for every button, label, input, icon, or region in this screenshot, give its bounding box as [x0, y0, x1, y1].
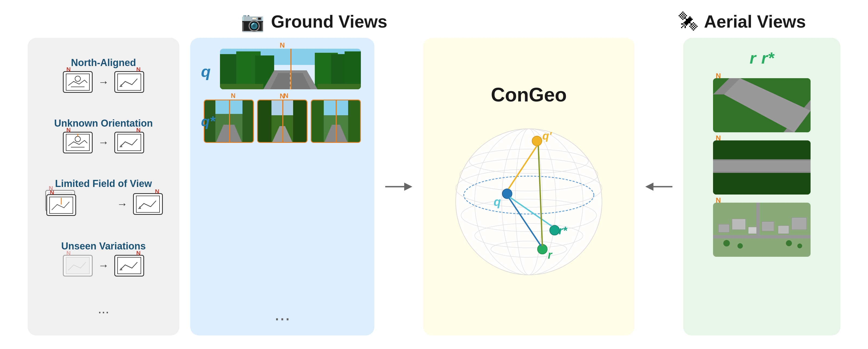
limited-fov-label: Limited Field of View [55, 178, 152, 189]
svg-rect-84 [713, 173, 811, 195]
map-svg-2a [66, 134, 90, 151]
congeo-title: ConGeo [491, 83, 567, 106]
qstar-3-north-line [336, 100, 337, 142]
qstar-img-3 [311, 100, 361, 143]
fov-stacked: N N [44, 192, 76, 216]
svg-rect-40 [293, 100, 307, 143]
map-svg-1b [117, 73, 142, 91]
n-aerial-3: N [716, 196, 721, 205]
unknown-orientation-icons: N → N [63, 132, 144, 153]
arrow-congeo-to-aerial [645, 179, 673, 195]
arrow-4: → [98, 259, 109, 272]
ground-views-panel: N q [190, 38, 374, 336]
svg-rect-35 [243, 100, 253, 143]
qstar-img-2 [257, 100, 307, 143]
variations-panel: North-Aligned N → N [28, 38, 179, 336]
ground-views-header: 📷 Ground Views [222, 10, 406, 33]
aerial-views-panel: r r* N [683, 38, 840, 336]
svg-rect-17 [118, 257, 141, 274]
svg-rect-91 [792, 217, 806, 230]
satellite-icon: 🛰 [679, 11, 698, 32]
svg-point-96 [786, 240, 792, 246]
map-icon-2b: N [114, 132, 144, 153]
map-svg-1a [66, 73, 90, 91]
svg-rect-86 [718, 224, 729, 233]
left-arrow-svg [645, 179, 673, 195]
svg-rect-0 [66, 74, 89, 90]
aerial-img-3 [713, 203, 811, 257]
svg-text:r: r [548, 249, 553, 261]
svg-marker-73 [645, 183, 653, 191]
qstar-2-north-line [282, 100, 283, 142]
svg-rect-9 [118, 134, 141, 151]
svg-rect-87 [732, 219, 746, 230]
aerial-views-header: 🛰 Aerial Views [664, 11, 821, 32]
svg-point-94 [723, 240, 730, 246]
q-row: N q [204, 49, 361, 89]
svg-rect-30 [317, 84, 361, 89]
map-icon-3b: N [133, 193, 163, 215]
north-marker-3b: N [155, 188, 159, 195]
north-aligned-icons: N → N [63, 71, 144, 93]
svg-point-60 [532, 136, 542, 146]
svg-rect-16 [66, 257, 89, 274]
aerial-item-1: N [697, 78, 827, 132]
aerial-views-title: Aerial Views [704, 12, 806, 32]
svg-rect-93 [756, 203, 760, 235]
aerial-img-1 [713, 78, 811, 132]
q-north-line [290, 49, 291, 89]
north-marker-1a: N [66, 66, 71, 73]
aerial-3-wrapper: N [713, 203, 811, 257]
panels-row: North-Aligned N → N [14, 38, 854, 336]
svg-point-62 [550, 225, 559, 235]
map-svg-4a [66, 257, 90, 274]
qstar-label: q* [201, 113, 215, 129]
north-aligned-item: North-Aligned N → N [41, 57, 166, 93]
arrow-3: → [117, 198, 128, 210]
svg-rect-83 [713, 140, 811, 159]
map-icon-3a-front: N [46, 194, 76, 216]
n-aerial-1: N [716, 72, 721, 80]
arrow-2: → [98, 136, 109, 148]
arrow-1: → [98, 76, 109, 88]
n-aerial-2: N [716, 134, 721, 142]
map-svg-3a-front [49, 197, 73, 214]
ground-dots: ... [204, 303, 361, 325]
n-qstar-1: N [231, 92, 236, 100]
svg-marker-47 [404, 183, 412, 191]
congeo-panel: ConGeo [423, 38, 634, 336]
svg-rect-89 [762, 221, 774, 231]
svg-rect-82 [713, 161, 811, 172]
north-marker-2b: N [136, 127, 141, 134]
svg-point-97 [797, 243, 802, 248]
aerial-svg-3 [713, 203, 811, 257]
svg-rect-92 [713, 235, 811, 238]
map-icon-4b: N [114, 255, 144, 277]
north-aligned-label: North-Aligned [71, 57, 136, 68]
map-svg-3b [136, 195, 160, 213]
arrow-ground-to-congeo [385, 179, 412, 195]
aerial-item-2: N [697, 140, 827, 195]
dots-item: ... [41, 301, 166, 317]
aerial-img-2 [713, 140, 811, 195]
unseen-variations-icons: N → N [63, 255, 144, 277]
svg-point-95 [737, 243, 743, 249]
aerial-1-wrapper: N [713, 78, 811, 132]
qstar-1-north-line [229, 100, 230, 142]
north-marker-3a-front: N [50, 189, 54, 196]
north-marker-4a: N [66, 250, 71, 257]
svg-rect-29 [220, 84, 263, 89]
svg-text:r*: r* [559, 224, 568, 237]
map-icon-1a: N [63, 71, 93, 93]
map-icon-1b: N [114, 71, 144, 93]
camera-icon: 📷 [241, 10, 265, 33]
ground-views-title: Ground Views [271, 12, 387, 32]
svg-rect-88 [748, 227, 758, 234]
limited-fov-icons: N N [44, 192, 163, 216]
unseen-variations-item: Unseen Variations N → N [41, 240, 166, 276]
right-arrow-svg [385, 179, 412, 195]
query-qstar-item: N [204, 100, 361, 145]
headers-row: 📷 Ground Views 🛰 Aerial Views [14, 5, 854, 38]
qstar-images [204, 100, 361, 143]
n-marker-q: N [280, 41, 285, 49]
